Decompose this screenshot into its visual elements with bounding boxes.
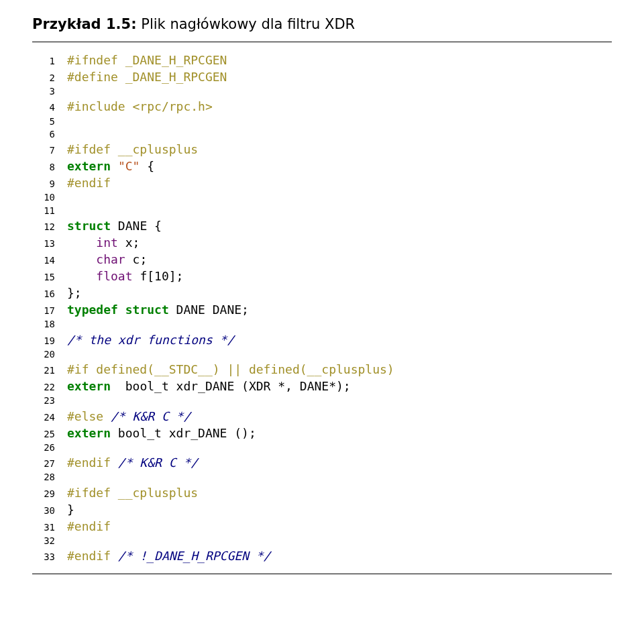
code-line: 12struct DANE { <box>32 217 612 234</box>
code-line: 19/* the xdr functions */ <box>32 331 612 348</box>
page: Przykład 1.5: Plik nagłówkowy dla filtru… <box>0 0 644 590</box>
line-number: 4 <box>32 101 55 114</box>
code-content: struct DANE { <box>67 217 162 234</box>
line-number: 13 <box>32 237 55 250</box>
code-content: extern "C" { <box>67 158 154 174</box>
line-number: 32 <box>32 535 55 547</box>
top-rule <box>32 42 612 42</box>
line-number: 21 <box>32 364 55 377</box>
line-number: 3 <box>32 85 55 98</box>
code-line: 6 <box>32 128 612 141</box>
line-number: 24 <box>32 411 55 424</box>
line-number: 2 <box>32 72 55 85</box>
code-line: 33#endif /* !_DANE_H_RPCGEN */ <box>32 547 612 564</box>
code-line: 29#ifdef __cplusplus <box>32 484 612 501</box>
listing-label: Przykład 1.5: <box>32 16 137 32</box>
line-number: 18 <box>32 318 55 331</box>
code-line: 31#endif <box>32 518 612 535</box>
code-content: #else /* K&R C */ <box>67 408 191 425</box>
code-line: 18 <box>32 318 612 331</box>
line-number: 16 <box>32 288 55 301</box>
line-number: 30 <box>32 504 55 517</box>
line-number: 11 <box>32 205 55 217</box>
code-line: 13 int x; <box>32 234 612 251</box>
code-content: int x; <box>67 234 140 251</box>
line-number: 20 <box>32 348 55 361</box>
code-line: 10 <box>32 191 612 204</box>
line-number: 26 <box>32 441 55 454</box>
code-content: #if defined(__STDC__) || defined(__cplus… <box>67 361 394 378</box>
line-number: 6 <box>32 128 55 141</box>
listing-title: Przykład 1.5: Plik nagłówkowy dla filtru… <box>32 16 612 32</box>
line-number: 7 <box>32 144 55 157</box>
code-content: #ifndef _DANE_H_RPCGEN <box>67 52 227 68</box>
line-number: 5 <box>32 115 55 128</box>
line-number: 29 <box>32 488 55 500</box>
code-line: 4#include <rpc/rpc.h> <box>32 98 612 115</box>
line-number: 8 <box>32 161 55 174</box>
line-number: 31 <box>32 521 55 534</box>
code-line: 30} <box>32 501 612 518</box>
code-line: 21#if defined(__STDC__) || defined(__cpl… <box>32 361 612 378</box>
code-content: #ifdef __cplusplus <box>67 141 198 158</box>
line-number: 10 <box>32 191 55 204</box>
code-line: 32 <box>32 535 612 547</box>
code-line: 14 char c; <box>32 251 612 268</box>
code-line: 3 <box>32 85 612 98</box>
code-line: 16}; <box>32 284 612 301</box>
code-line: 22extern bool_t xdr_DANE (XDR *, DANE*); <box>32 378 612 394</box>
code-content: #endif /* !_DANE_H_RPCGEN */ <box>67 547 270 564</box>
code-content: char c; <box>67 251 147 268</box>
line-number: 9 <box>32 178 55 191</box>
code-line: 8extern "C" { <box>32 158 612 174</box>
line-number: 27 <box>32 458 55 470</box>
code-content: #endif /* K&R C */ <box>67 454 198 471</box>
code-content: #define _DANE_H_RPCGEN <box>67 68 227 85</box>
code-line: 2#define _DANE_H_RPCGEN <box>32 68 612 85</box>
line-number: 12 <box>32 221 55 233</box>
line-number: 19 <box>32 335 55 347</box>
line-number: 22 <box>32 381 55 394</box>
code-line: 7#ifdef __cplusplus <box>32 141 612 158</box>
code-line: 1#ifndef _DANE_H_RPCGEN <box>32 52 612 68</box>
code-content: extern bool_t xdr_DANE (); <box>67 425 256 441</box>
code-line: 25extern bool_t xdr_DANE (); <box>32 425 612 441</box>
listing-description: Plik nagłówkowy dla filtru XDR <box>141 16 355 32</box>
code-line: 27#endif /* K&R C */ <box>32 454 612 471</box>
line-number: 15 <box>32 271 55 284</box>
bottom-rule <box>32 574 612 574</box>
line-number: 1 <box>32 55 55 68</box>
line-number: 28 <box>32 471 55 484</box>
code-line: 28 <box>32 471 612 484</box>
code-content: float f[10]; <box>67 268 183 284</box>
line-number: 33 <box>32 551 55 564</box>
line-number: 14 <box>32 254 55 267</box>
code-content: } <box>67 501 74 518</box>
code-listing: 1#ifndef _DANE_H_RPCGEN2#define _DANE_H_… <box>32 52 612 564</box>
code-line: 9#endif <box>32 174 612 191</box>
code-line: 23 <box>32 394 612 407</box>
code-content: }; <box>67 284 82 301</box>
code-content: /* the xdr functions */ <box>67 331 234 348</box>
code-line: 17typedef struct DANE DANE; <box>32 301 612 318</box>
code-line: 20 <box>32 348 612 361</box>
code-content: extern bool_t xdr_DANE (XDR *, DANE*); <box>67 378 351 394</box>
code-content: #endif <box>67 174 111 191</box>
code-content: #endif <box>67 518 111 535</box>
code-line: 24#else /* K&R C */ <box>32 408 612 425</box>
line-number: 23 <box>32 394 55 407</box>
code-line: 11 <box>32 205 612 217</box>
code-content: #include <rpc/rpc.h> <box>67 98 213 115</box>
line-number: 25 <box>32 428 55 441</box>
code-line: 5 <box>32 115 612 128</box>
line-number: 17 <box>32 305 55 317</box>
code-line: 15 float f[10]; <box>32 268 612 284</box>
code-line: 26 <box>32 441 612 454</box>
code-content: typedef struct DANE DANE; <box>67 301 249 318</box>
code-content: #ifdef __cplusplus <box>67 484 198 501</box>
